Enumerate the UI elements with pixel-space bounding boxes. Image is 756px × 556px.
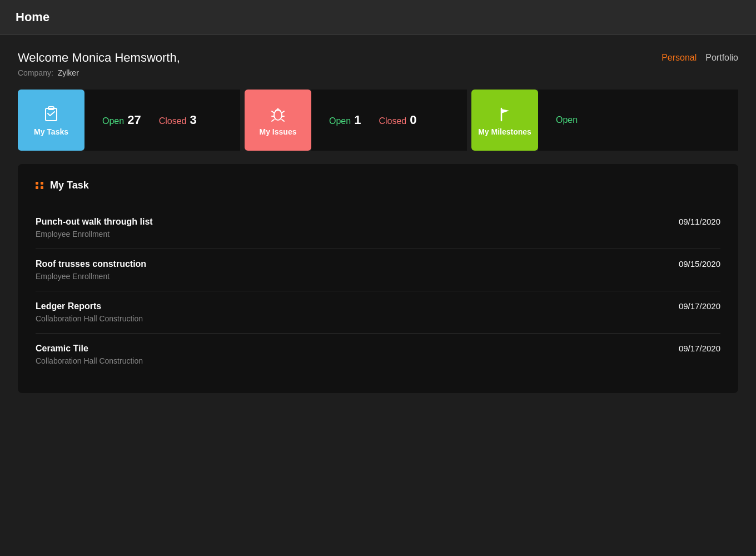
main-content: Welcome Monica Hemsworth, Personal Portf…: [0, 35, 756, 409]
svg-point-2: [274, 110, 282, 120]
tasks-open-count: 27: [127, 113, 141, 127]
app-header: Home: [0, 0, 756, 35]
task-item[interactable]: Ceramic Tile Collaboration Hall Construc…: [36, 334, 720, 375]
dot-3: [36, 186, 38, 189]
milestones-icon-block[interactable]: My Milestones: [471, 90, 538, 151]
milestones-open-label: Open: [556, 115, 578, 125]
task-project: Collaboration Hall Construction: [36, 356, 143, 365]
task-item[interactable]: Ledger Reports Collaboration Hall Constr…: [36, 291, 720, 334]
task-info: Roof trusses construction Employee Enrol…: [36, 259, 146, 281]
issues-stats: Open 1 Closed 0: [311, 90, 467, 151]
issues-icon-block[interactable]: My Issues: [245, 90, 311, 151]
task-date: 09/17/2020: [679, 301, 720, 311]
issues-widget[interactable]: My Issues Open 1 Closed 0: [245, 90, 467, 151]
company-name: Zylker: [58, 68, 79, 77]
tasks-closed-stat: Closed 3: [159, 113, 197, 127]
welcome-row: Welcome Monica Hemsworth, Personal Portf…: [18, 51, 738, 65]
issues-closed-stat: Closed 0: [379, 113, 416, 127]
widgets-row: My Tasks Open 27 Closed 3: [18, 90, 738, 151]
issues-open-count: 1: [354, 113, 361, 127]
milestones-widget-label: My Milestones: [478, 127, 531, 136]
task-name: Ceramic Tile: [36, 344, 143, 354]
svg-line-3: [272, 111, 274, 113]
task-item[interactable]: Punch-out walk through list Employee Enr…: [36, 207, 720, 249]
task-section: My Task Punch-out walk through list Empl…: [18, 164, 738, 393]
task-name: Roof trusses construction: [36, 259, 146, 269]
tasks-open-label: Open: [102, 116, 124, 126]
tasks-widget[interactable]: My Tasks Open 27 Closed 3: [18, 90, 240, 151]
svg-line-7: [272, 120, 274, 121]
milestones-widget[interactable]: My Milestones Open: [471, 90, 738, 151]
task-name: Punch-out walk through list: [36, 217, 153, 227]
tab-portfolio[interactable]: Portfolio: [705, 53, 738, 63]
task-info: Ceramic Tile Collaboration Hall Construc…: [36, 344, 143, 365]
tasks-widget-label: My Tasks: [34, 127, 68, 136]
svg-line-8: [282, 120, 284, 121]
issues-closed-count: 0: [410, 113, 416, 127]
task-info: Punch-out walk through list Employee Enr…: [36, 217, 153, 239]
section-title: My Task: [50, 180, 89, 191]
issues-icon: [268, 104, 288, 124]
issues-closed-label: Closed: [379, 116, 406, 126]
company-label: Company:: [18, 68, 53, 77]
dot-4: [41, 186, 43, 189]
page-title: Home: [16, 10, 49, 24]
company-row: Company: Zylker: [18, 68, 738, 77]
svg-line-4: [282, 111, 284, 113]
milestones-open-stat: Open: [556, 115, 578, 125]
task-project: Employee Enrollment: [36, 272, 146, 281]
task-info: Ledger Reports Collaboration Hall Constr…: [36, 301, 143, 323]
tasks-open-stat: Open 27: [102, 113, 141, 127]
milestones-icon: [495, 104, 515, 124]
welcome-text: Welcome Monica Hemsworth,: [18, 51, 180, 65]
task-project: Employee Enrollment: [36, 230, 153, 239]
task-item[interactable]: Roof trusses construction Employee Enrol…: [36, 249, 720, 291]
section-header: My Task: [36, 180, 720, 191]
dot-1: [36, 182, 38, 185]
task-list: Punch-out walk through list Employee Enr…: [36, 207, 720, 375]
tasks-closed-label: Closed: [159, 116, 187, 126]
issues-widget-label: My Issues: [260, 127, 297, 136]
task-name: Ledger Reports: [36, 301, 143, 311]
tab-personal[interactable]: Personal: [662, 53, 697, 63]
tasks-closed-count: 3: [190, 113, 196, 127]
issues-open-label: Open: [329, 116, 351, 126]
separator-2: [467, 90, 471, 151]
section-dots-icon: [36, 182, 43, 189]
task-date: 09/15/2020: [679, 259, 720, 269]
tasks-stats: Open 27 Closed 3: [84, 90, 240, 151]
view-tabs: Personal Portfolio: [662, 51, 738, 63]
separator-1: [240, 90, 245, 151]
dot-2: [41, 182, 43, 185]
issues-open-stat: Open 1: [329, 113, 361, 127]
task-date: 09/11/2020: [679, 217, 720, 226]
tasks-icon: [41, 104, 61, 124]
task-date: 09/17/2020: [679, 344, 720, 353]
milestones-stats: Open: [538, 90, 738, 151]
tasks-icon-block[interactable]: My Tasks: [18, 90, 84, 151]
task-project: Collaboration Hall Construction: [36, 314, 143, 323]
